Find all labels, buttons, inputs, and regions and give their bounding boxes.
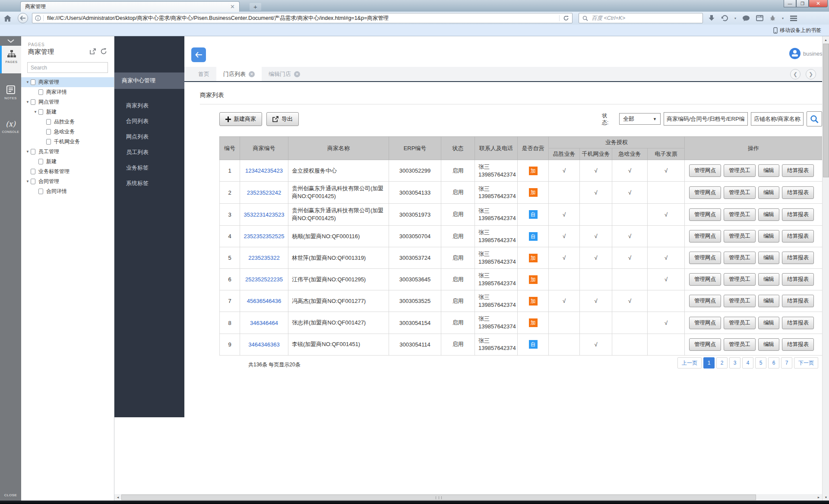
table-search-button[interactable]: [807, 111, 822, 126]
merchant-code-link[interactable]: 252352522235: [240, 269, 288, 290]
user-chip[interactable]: business: [789, 48, 825, 59]
sidebar-item-员工列表[interactable]: 员工列表: [114, 145, 184, 160]
tab-groups-icon[interactable]: [756, 15, 763, 21]
window-close-button[interactable]: ✕: [809, 0, 828, 7]
expand-triangle-icon[interactable]: ▼: [32, 110, 38, 114]
rail-item-console[interactable]: (x) CONSOLE: [0, 116, 21, 142]
tabs-scroll-left-icon[interactable]: ❮: [790, 69, 801, 79]
scroll-left-icon[interactable]: ◄: [114, 494, 121, 501]
store-name-filter-input[interactable]: [751, 112, 804, 126]
row-action-管理员工[interactable]: 管理员工: [724, 295, 756, 307]
rail-item-notes[interactable]: NOTES: [0, 81, 21, 107]
merchant-code-link[interactable]: 45636546436: [240, 290, 288, 312]
row-action-管理员工[interactable]: 管理员工: [724, 273, 756, 286]
home-icon[interactable]: [3, 15, 12, 22]
page-button-4[interactable]: 4: [742, 357, 753, 369]
row-action-管理员工[interactable]: 管理员工: [724, 164, 756, 177]
row-action-结算报表[interactable]: 结算报表: [782, 295, 814, 307]
history-dropdown-icon[interactable]: ▾: [734, 16, 736, 20]
tree-item[interactable]: 新建: [21, 157, 114, 167]
mobile-bookmarks-label[interactable]: 移动设备上的书签: [780, 27, 821, 34]
browser-tab-close-icon[interactable]: ✕: [230, 3, 235, 10]
page-button-3[interactable]: 3: [729, 357, 740, 369]
merchant-code-link[interactable]: 3532231423523: [240, 204, 288, 226]
scroll-down-icon[interactable]: ▼: [823, 494, 829, 501]
export-button[interactable]: 导出: [266, 112, 299, 126]
row-action-管理员工[interactable]: 管理员工: [724, 186, 756, 199]
horizontal-scroll-thumb[interactable]: [121, 495, 756, 500]
tab-close-icon[interactable]: ✕: [294, 71, 300, 77]
scroll-right-icon[interactable]: ►: [815, 494, 822, 501]
tree-item[interactable]: ▼网点管理: [21, 97, 114, 107]
sidebar-item-系统标签[interactable]: 系统标签: [114, 176, 184, 191]
row-action-管理网点[interactable]: 管理网点: [689, 317, 721, 329]
expand-triangle-icon[interactable]: ▼: [25, 80, 31, 84]
merchant-code-link[interactable]: 3464346363: [240, 334, 288, 355]
merchant-code-link[interactable]: 2352352352525: [240, 226, 288, 247]
prev-page-button[interactable]: 上一页: [677, 357, 702, 369]
browser-search-box[interactable]: 百度 <Ctrl+K>: [579, 13, 703, 23]
row-action-管理网点[interactable]: 管理网点: [689, 186, 721, 199]
scroll-up-icon[interactable]: ▲: [823, 36, 829, 43]
row-action-结算报表[interactable]: 结算报表: [782, 273, 814, 286]
row-action-编辑[interactable]: 编辑: [758, 252, 779, 264]
vertical-scroll-thumb[interactable]: [823, 44, 829, 177]
page-button-6[interactable]: 6: [768, 357, 779, 369]
merchant-code-link[interactable]: 123424235423: [240, 160, 288, 182]
row-action-管理网点[interactable]: 管理网点: [689, 273, 721, 286]
sidebar-item-合同列表[interactable]: 合同列表: [114, 113, 184, 129]
tree-item[interactable]: 业务标签管理: [21, 167, 114, 176]
tree-item[interactable]: 合同详情: [21, 186, 114, 196]
merchant-code-link[interactable]: 2235235322: [240, 247, 288, 269]
row-action-结算报表[interactable]: 结算报表: [782, 317, 814, 329]
pages-search-input[interactable]: [27, 62, 108, 73]
menu-icon[interactable]: [790, 16, 797, 21]
tab-close-icon[interactable]: ✕: [249, 71, 255, 77]
row-action-管理员工[interactable]: 管理员工: [724, 338, 756, 351]
plugin-dropdown-icon[interactable]: ▾: [782, 16, 784, 20]
row-action-编辑[interactable]: 编辑: [758, 208, 779, 221]
row-action-编辑[interactable]: 编辑: [758, 338, 779, 351]
row-action-管理网点[interactable]: 管理网点: [689, 295, 721, 307]
tree-item[interactable]: ▼商家管理: [21, 77, 114, 87]
tree-item[interactable]: ▼员工管理: [21, 147, 114, 157]
tree-item[interactable]: 品胜业务: [21, 117, 114, 127]
row-action-管理网点[interactable]: 管理网点: [689, 208, 721, 221]
tree-item[interactable]: 商家详情: [21, 87, 114, 97]
expand-triangle-icon[interactable]: ▼: [25, 180, 31, 183]
row-action-编辑[interactable]: 编辑: [758, 186, 779, 199]
refresh-pages-icon[interactable]: [101, 48, 107, 56]
new-tab-button[interactable]: +: [250, 3, 261, 11]
merchant-code-filter-input[interactable]: [664, 112, 748, 126]
row-action-管理员工[interactable]: 管理员工: [724, 252, 756, 264]
chat-icon[interactable]: [742, 15, 750, 22]
vertical-scrollbar[interactable]: ▲ ▼: [822, 36, 829, 501]
row-action-编辑[interactable]: 编辑: [758, 317, 779, 329]
row-action-管理网点[interactable]: 管理网点: [689, 252, 721, 264]
tree-item[interactable]: 急啥业务: [21, 127, 114, 137]
status-select[interactable]: 全部 ▼: [619, 113, 661, 125]
row-action-管理网点[interactable]: 管理网点: [689, 338, 721, 351]
row-action-编辑[interactable]: 编辑: [758, 230, 779, 243]
horizontal-scrollbar[interactable]: ◄ ►: [114, 494, 822, 501]
row-action-结算报表[interactable]: 结算报表: [782, 186, 814, 199]
open-external-icon[interactable]: [90, 48, 96, 56]
url-bar[interactable]: file:///C:/Users/Administrator/Desktop/商…: [32, 13, 573, 23]
row-action-结算报表[interactable]: 结算报表: [782, 230, 814, 243]
next-page-button[interactable]: 下一页: [794, 357, 818, 369]
site-info-icon[interactable]: [32, 15, 44, 21]
row-action-管理员工[interactable]: 管理员工: [724, 317, 756, 329]
tree-item[interactable]: ▼新建: [21, 107, 114, 117]
row-action-结算报表[interactable]: 结算报表: [782, 164, 814, 177]
plugin-icon[interactable]: [769, 15, 776, 21]
tree-item[interactable]: ▼合同管理: [21, 176, 114, 186]
window-minimize-button[interactable]: —: [784, 0, 796, 7]
row-action-编辑[interactable]: 编辑: [758, 164, 779, 177]
tree-item[interactable]: 千机网业务: [21, 137, 114, 147]
page-button-2[interactable]: 2: [716, 357, 728, 369]
expand-triangle-icon[interactable]: ▼: [25, 150, 31, 154]
app-tab[interactable]: 首页: [191, 67, 216, 81]
tabs-scroll-right-icon[interactable]: ❯: [806, 69, 816, 79]
back-icon[interactable]: [18, 13, 28, 23]
sidebar-item-网点列表[interactable]: 网点列表: [114, 129, 184, 145]
